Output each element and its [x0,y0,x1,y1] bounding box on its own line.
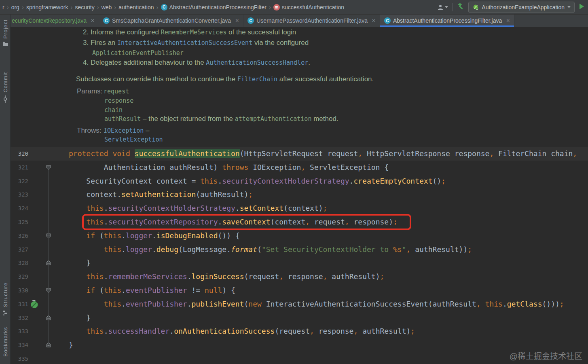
sidebar-item-structure[interactable]: Structure [0,282,11,315]
line-number[interactable]: 321 [15,161,28,174]
javadoc-text: after successful authentication. [277,75,374,83]
javadoc-text: Params: [77,87,104,95]
spring-bean-icon[interactable] [30,300,39,309]
commit-label: Commit [2,72,8,93]
javadoc-text: 2. Informs the configured [83,28,161,36]
fold-up-icon[interactable] [45,342,52,348]
code-line[interactable]: 322 SecurityContext context = this.secur… [11,174,588,188]
javadoc-line: 3. Fires an InteractiveAuthenticationSuc… [83,39,309,47]
line-number[interactable]: 330 [15,284,28,297]
editor-tab[interactable]: CSmsCaptchaGrantAuthenticationConverter.… [99,15,243,27]
run-button[interactable] [579,3,585,11]
breadcrumb-item[interactable]: org [11,4,19,11]
javadoc-link[interactable]: IOException [104,127,144,134]
commit-icon [2,95,8,103]
code-text: this.securityContextHolderStrategy.setCo… [69,201,327,215]
javadoc-line: Subclasses can override this method to c… [76,75,374,83]
fold-down-icon[interactable] [45,164,52,171]
close-icon[interactable]: ✕ [235,18,239,23]
breadcrumb-label: security [75,4,94,11]
code-line[interactable]: 325 this.securityContextRepository.saveC… [11,215,588,229]
code-line[interactable]: 326 if (this.logger.isDebugEnabled()) { [11,229,588,243]
line-number[interactable]: 328 [15,256,28,270]
breadcrumb-item[interactable]: msuccessfulAuthentication [273,4,344,11]
breadcrumb-separator: › [5,4,11,11]
javadoc-link[interactable]: AuthenticationSuccessHandler [206,59,308,66]
code-line[interactable]: 327 this.logger.debug(LogMessage.format(… [11,243,588,256]
breadcrumb-label: web [102,4,112,11]
editor-tab[interactable]: CUsernamePasswordAuthenticationFilter.ja… [243,15,380,27]
line-number[interactable]: 329 [15,270,28,284]
toolbar-divider [452,3,453,11]
javadoc-text: – the object returned from the [141,115,235,123]
code-line[interactable]: 335 [11,352,588,364]
editor-tab[interactable]: ecurityContextRepository.java✕ [11,15,99,27]
editor-tab-bar: ecurityContextRepository.java✕CSmsCaptch… [11,15,588,27]
chevron-down-icon [445,6,448,8]
line-number[interactable]: 333 [15,324,28,338]
close-icon[interactable]: ✕ [372,18,376,23]
profile-button[interactable] [437,4,448,11]
editor-tab[interactable]: CAbstractAuthenticationProcessingFilter.… [380,15,514,27]
line-number[interactable]: 327 [15,243,28,256]
line-number[interactable]: 331 [15,297,28,311]
line-number[interactable]: 332 [15,311,28,325]
code-line[interactable]: 334} [11,338,588,352]
javadoc-link[interactable]: ServletException [104,136,163,143]
fold-up-icon[interactable] [45,260,52,266]
line-number[interactable]: 322 [15,174,28,188]
javadoc-line: Params:request [77,87,129,95]
breadcrumb-item[interactable]: authentication [118,4,154,11]
sidebar-item-commit[interactable]: Commit [0,72,11,103]
line-number[interactable]: 320 [15,147,28,161]
javadoc-text: request [104,88,129,95]
ide-window: r›org›springframework›security›web›authe… [0,0,588,364]
close-icon[interactable]: ✕ [506,18,510,23]
javadoc-text: authResult [104,115,141,123]
javadoc-link[interactable]: FilterChain [237,76,277,83]
javadoc-line: 4. Delegates additional behaviour to the… [83,59,310,67]
close-icon[interactable]: ✕ [91,18,95,23]
javadoc-line: authResult – the object returned from th… [104,115,338,123]
javadoc-link[interactable]: InteractiveAuthenticationSuccessEvent [117,39,252,47]
line-number[interactable]: 323 [15,188,28,201]
fold-down-icon[interactable] [45,287,52,294]
tool-window-stripe: Project Commit Structure Bookmarks [0,15,11,364]
breadcrumb-item[interactable]: security [75,4,94,11]
build-button[interactable] [457,2,464,12]
line-number[interactable]: 325 [15,215,28,229]
sidebar-item-project[interactable]: Project [0,19,11,47]
code-line[interactable]: 329 this.rememberMeServices.loginSuccess… [11,270,588,284]
sidebar-item-bookmarks[interactable]: Bookmarks [0,327,11,357]
breadcrumb-item[interactable]: CAbstractAuthenticationProcessingFilter [161,4,267,11]
code-line[interactable]: 321 Authentication authResult) throws IO… [11,161,588,174]
navigation-bar: r›org›springframework›security›web›authe… [0,0,588,15]
code-text: if (this.eventPublisher != null) { [69,284,235,297]
line-number[interactable]: 334 [15,338,28,352]
breadcrumb-item[interactable]: web [102,4,112,11]
javadoc-text: method. [311,115,338,123]
breadcrumb-label: AbstractAuthenticationProcessingFilter [169,4,267,11]
code-line[interactable]: 323 context.setAuthentication(authResult… [11,188,588,201]
breadcrumb-item[interactable]: r [2,4,4,11]
code-editor[interactable]: 2. Informs the configured RememberMeServ… [11,27,588,364]
breadcrumb-item[interactable]: springframework [26,4,68,11]
line-number[interactable]: 324 [15,201,28,215]
code-line[interactable]: 330 if (this.eventPublisher != null) { [11,284,588,297]
code-line[interactable]: 333 this.successHandler.onAuthentication… [11,324,588,338]
fold-up-icon[interactable] [45,315,52,321]
code-line[interactable]: 331 this.eventPublisher.publishEvent(new… [11,297,588,311]
code-line[interactable]: 320protected void successfulAuthenticati… [11,147,588,161]
code-text: Authentication authResult) throws IOExce… [69,161,389,174]
javadoc-text: via the configured [252,39,309,47]
structure-icon [2,310,8,315]
code-line[interactable]: 324 this.securityContextHolderStrategy.s… [11,201,588,215]
code-line[interactable]: 328 } [11,256,588,270]
code-text: this.securityContextRepository.saveConte… [69,215,398,229]
fold-down-icon[interactable] [45,233,52,239]
code-line[interactable]: 332 } [11,311,588,325]
run-configuration-select[interactable]: AuthorizationExampleApplication [468,2,575,13]
line-number[interactable]: 335 [15,352,28,364]
line-number[interactable]: 326 [15,229,28,243]
breadcrumb-label: r [2,4,4,11]
